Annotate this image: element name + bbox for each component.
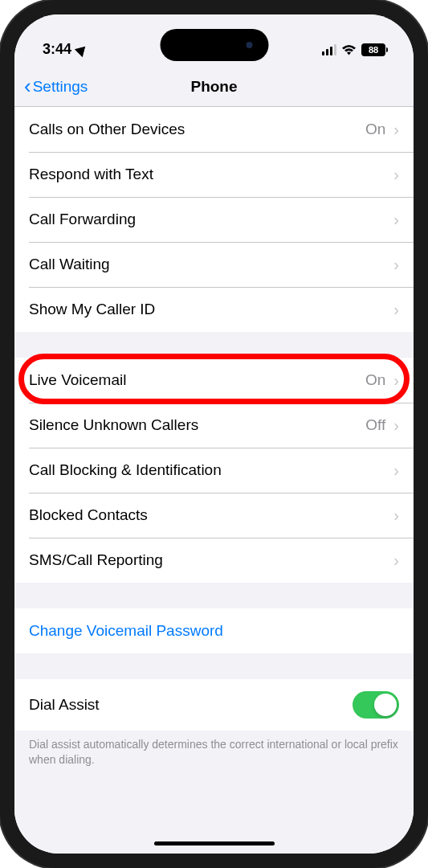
chevron-right-icon: ›: [393, 166, 399, 184]
toggle-knob: [374, 694, 397, 716]
section-change-password: Change Voicemail Password: [14, 608, 414, 653]
battery-icon: 88: [361, 43, 385, 56]
row-label: Live Voicemail: [29, 371, 365, 389]
wifi-icon: [341, 44, 357, 55]
chevron-right-icon: ›: [393, 551, 399, 570]
row-dial-assist[interactable]: Dial Assist: [14, 679, 414, 731]
dynamic-island: [160, 29, 268, 61]
dial-assist-toggle[interactable]: [353, 691, 399, 719]
row-value: Off: [365, 416, 385, 434]
chevron-right-icon: ›: [393, 211, 399, 229]
row-label: SMS/Call Reporting: [29, 551, 393, 569]
status-time: 3:44: [43, 41, 71, 58]
row-label: Silence Unknown Callers: [29, 416, 365, 434]
row-call-blocking[interactable]: Call Blocking & Identification ›: [14, 448, 414, 493]
chevron-left-icon: ‹: [24, 74, 31, 99]
content-area[interactable]: Calls on Other Devices On › Respond with…: [14, 107, 414, 854]
section-dial-assist: Dial Assist: [14, 679, 414, 731]
row-value: On: [365, 121, 385, 138]
row-calls-other-devices[interactable]: Calls on Other Devices On ›: [14, 107, 414, 152]
home-indicator[interactable]: [154, 841, 275, 845]
chevron-right-icon: ›: [393, 461, 399, 480]
row-label: Change Voicemail Password: [29, 622, 399, 640]
row-label: Calls on Other Devices: [29, 121, 365, 138]
mute-switch: [0, 153, 1, 185]
row-blocked-contacts[interactable]: Blocked Contacts ›: [14, 493, 414, 538]
chevron-right-icon: ›: [393, 371, 399, 390]
row-label: Show My Caller ID: [29, 301, 393, 318]
phone-frame: 3:44 88 ‹ Settings: [0, 0, 428, 868]
screen: 3:44 88 ‹ Settings: [14, 14, 414, 854]
nav-bar: ‹ Settings Phone: [14, 67, 414, 107]
battery-level: 88: [369, 45, 378, 55]
row-label: Call Waiting: [29, 256, 393, 273]
back-label: Settings: [33, 78, 88, 96]
row-silence-unknown[interactable]: Silence Unknown Callers Off ›: [14, 403, 414, 448]
chevron-right-icon: ›: [393, 416, 399, 435]
row-value: On: [365, 371, 385, 389]
section-voicemail: Live Voicemail On › Silence Unknown Call…: [14, 358, 414, 583]
row-call-waiting[interactable]: Call Waiting ›: [14, 242, 414, 287]
row-change-voicemail-password[interactable]: Change Voicemail Password: [14, 608, 414, 653]
status-right: 88: [322, 43, 386, 56]
volume-down-button: [0, 281, 1, 338]
row-show-caller-id[interactable]: Show My Caller ID ›: [14, 287, 414, 332]
section-calls: Calls on Other Devices On › Respond with…: [14, 107, 414, 332]
row-respond-with-text[interactable]: Respond with Text ›: [14, 152, 414, 197]
chevron-right-icon: ›: [393, 121, 399, 139]
status-left: 3:44: [43, 41, 88, 58]
back-button[interactable]: ‹ Settings: [24, 74, 88, 99]
row-label: Call Forwarding: [29, 211, 393, 228]
dial-assist-footer: Dial assist automatically determines the…: [14, 731, 414, 784]
location-icon: [75, 42, 89, 56]
row-label: Respond with Text: [29, 166, 393, 183]
volume-up-button: [0, 209, 1, 265]
row-label: Call Blocking & Identification: [29, 461, 393, 479]
row-call-forwarding[interactable]: Call Forwarding ›: [14, 197, 414, 242]
row-label: Dial Assist: [29, 696, 353, 714]
signal-icon: [322, 44, 337, 55]
chevron-right-icon: ›: [393, 256, 399, 274]
row-label: Blocked Contacts: [29, 506, 393, 524]
chevron-right-icon: ›: [393, 301, 399, 319]
page-title: Phone: [190, 78, 237, 96]
row-sms-call-reporting[interactable]: SMS/Call Reporting ›: [14, 538, 414, 583]
chevron-right-icon: ›: [393, 506, 399, 525]
row-live-voicemail[interactable]: Live Voicemail On ›: [14, 358, 414, 403]
